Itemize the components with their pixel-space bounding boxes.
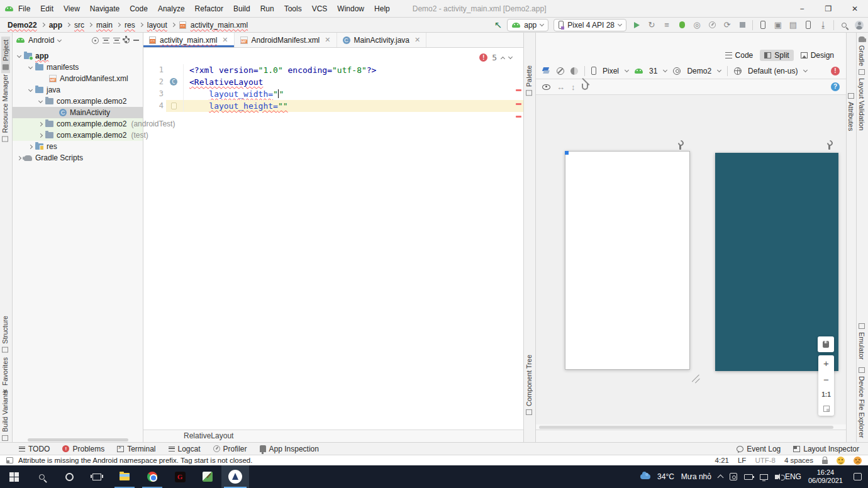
zoom-reset-button[interactable]: 1:1: [821, 391, 830, 398]
caret-position[interactable]: 4:21: [715, 457, 729, 464]
tool-window-gradle[interactable]: Gradle: [858, 36, 865, 66]
orientation-horizontal-icon[interactable]: ↔: [557, 82, 565, 92]
clock[interactable]: 16:24 06/09/2021: [808, 469, 843, 485]
attach-profiler-icon[interactable]: ◎: [692, 20, 702, 30]
menu-window[interactable]: Window: [332, 2, 369, 16]
mode-code-button[interactable]: Code: [721, 50, 758, 61]
close-icon[interactable]: ✕: [415, 36, 420, 44]
tool-window-palette[interactable]: Palette: [525, 65, 533, 96]
debug-button[interactable]: [677, 20, 687, 30]
menu-build[interactable]: Build: [228, 2, 255, 16]
menu-navigate[interactable]: Navigate: [85, 2, 125, 16]
layout-inspector-button[interactable]: Layout Inspector: [793, 445, 859, 453]
menu-run[interactable]: Run: [255, 2, 279, 16]
gradle-sync-icon[interactable]: ⭳: [818, 20, 828, 30]
line-separator-indicator[interactable]: LF: [738, 457, 746, 464]
window-close-button[interactable]: ✕: [842, 0, 868, 18]
tree-item-java[interactable]: java: [13, 84, 143, 96]
tool-window-resource-manager[interactable]: Resource Manager: [1, 74, 9, 142]
tree-item-res[interactable]: res: [13, 141, 143, 152]
close-icon[interactable]: ✕: [325, 36, 330, 44]
wrench-icon[interactable]: [828, 145, 830, 150]
menu-tools[interactable]: Tools: [279, 2, 307, 16]
target-device-select[interactable]: Pixel 4 API 28: [554, 19, 626, 31]
apply-code-changes-icon[interactable]: ≡: [662, 20, 672, 30]
design-surface-icon[interactable]: [542, 67, 550, 74]
cortana-button[interactable]: [55, 465, 83, 488]
design-horizontal-scrollbar[interactable]: [536, 424, 846, 430]
run-configuration-select[interactable]: app: [507, 19, 548, 31]
input-language-indicator[interactable]: ENG: [785, 472, 801, 481]
rerun-icon[interactable]: ⟳: [722, 20, 732, 30]
collapse-all-icon[interactable]: [113, 38, 120, 43]
tool-window-component-tree[interactable]: Component Tree: [525, 355, 533, 415]
breadcrumb-src[interactable]: src: [74, 21, 84, 30]
task-view-button[interactable]: [83, 465, 111, 488]
close-icon[interactable]: ✕: [222, 36, 228, 44]
logcat-window-icon[interactable]: ▣: [773, 20, 783, 30]
breadcrumb-file[interactable]: activity_main.xml: [191, 21, 248, 30]
encoding-indicator[interactable]: UTF-8: [755, 457, 776, 464]
next-error-icon[interactable]: [508, 55, 513, 59]
run-button[interactable]: [632, 20, 642, 30]
tree-item-app[interactable]: app: [13, 50, 143, 62]
lock-icon[interactable]: [822, 460, 828, 464]
tool-window-terminal[interactable]: Terminal: [117, 445, 155, 453]
autoconnect-off-icon[interactable]: [582, 84, 588, 90]
code-line-1[interactable]: 1 <?xml version="1.0" encoding="utf-8"?>: [143, 64, 523, 76]
code-editor[interactable]: 1 <?xml version="1.0" encoding="utf-8"?>…: [143, 48, 523, 430]
menu-file[interactable]: File: [13, 2, 35, 16]
breadcrumb-app[interactable]: app: [49, 21, 62, 30]
tree-item-package-androidtest[interactable]: com.example.demo2 (androidTest): [13, 118, 143, 130]
preview-locale-select[interactable]: Default (en-us): [748, 67, 798, 75]
weather-temperature[interactable]: 34°C: [657, 472, 674, 481]
systray-app-icon[interactable]: [730, 473, 737, 480]
sdk-manager-icon[interactable]: ▤: [788, 20, 798, 30]
window-restore-button[interactable]: ❐: [815, 0, 842, 18]
tool-window-todo[interactable]: TODO: [19, 445, 50, 453]
menu-code[interactable]: Code: [125, 2, 153, 16]
design-errors-button[interactable]: !: [831, 67, 840, 75]
volume-icon[interactable]: [775, 475, 778, 479]
tool-window-favorites[interactable]: Favorites: [1, 357, 9, 394]
tree-item-manifests[interactable]: manifests: [13, 62, 143, 73]
action-center-icon[interactable]: [854, 473, 862, 480]
tool-window-project[interactable]: Project: [1, 36, 10, 73]
menu-view[interactable]: View: [58, 2, 85, 16]
orientation-vertical-icon[interactable]: ↕: [571, 82, 576, 92]
tab-mainactivity-java[interactable]: C MainActivity.java ✕: [337, 33, 427, 47]
tree-item-package[interactable]: com.example.demo2: [13, 96, 143, 107]
mode-split-button[interactable]: Split: [760, 50, 793, 61]
taskbar-search-button[interactable]: [28, 465, 55, 488]
previous-error-icon[interactable]: [501, 56, 505, 60]
gear-icon[interactable]: [124, 38, 130, 43]
hide-panel-icon[interactable]: [133, 40, 139, 41]
code-line-3[interactable]: 3 layout_width="": [143, 88, 523, 100]
project-horizontal-scrollbar[interactable]: [13, 437, 143, 442]
tool-window-build-variants[interactable]: Build Variants: [1, 390, 9, 441]
wrench-icon[interactable]: [679, 145, 681, 150]
menu-vcs[interactable]: VCS: [307, 2, 333, 16]
profiler-icon[interactable]: [707, 20, 717, 30]
error-summary-widget[interactable]: ! 5: [479, 53, 512, 62]
menu-analyze[interactable]: Analyze: [153, 2, 190, 16]
device-manager-icon[interactable]: [758, 20, 768, 30]
tree-item-gradle-scripts[interactable]: Gradle Scripts: [13, 152, 143, 164]
tool-window-structure[interactable]: Structure: [1, 316, 9, 353]
profile-avatar[interactable]: [854, 20, 864, 30]
weather-description[interactable]: Mưa nhỏ: [681, 472, 711, 481]
battery-icon[interactable]: [744, 474, 753, 480]
xml-breadcrumb[interactable]: RelativeLayout: [143, 430, 523, 442]
tool-window-layout-validation[interactable]: Layout Validation: [858, 69, 865, 131]
design-preview-surface[interactable]: [565, 151, 690, 370]
sad-face-icon[interactable]: [854, 457, 862, 465]
night-mode-icon[interactable]: [570, 67, 578, 75]
garena-button[interactable]: G: [166, 465, 194, 488]
tool-window-profiler[interactable]: Profiler: [213, 445, 247, 453]
network-icon[interactable]: [760, 474, 768, 480]
help-button[interactable]: ?: [831, 82, 840, 91]
avd-manager-icon[interactable]: [803, 20, 813, 30]
back-arrow-icon[interactable]: ↖: [494, 21, 503, 30]
project-view-selector[interactable]: Android: [28, 36, 54, 45]
tree-item-androidmanifest[interactable]: AndroidManifest.xml: [13, 73, 143, 84]
